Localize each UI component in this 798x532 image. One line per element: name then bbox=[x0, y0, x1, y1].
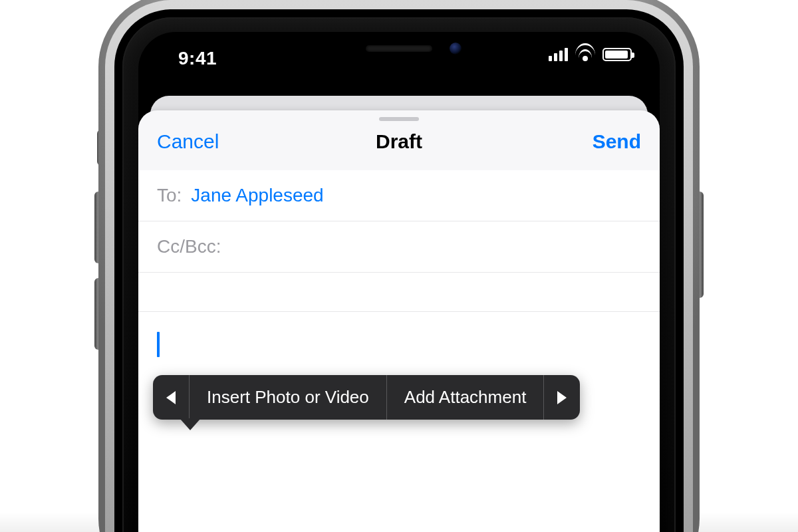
to-row[interactable]: To: Jane Appleseed bbox=[138, 170, 660, 221]
chevron-left-icon bbox=[166, 391, 176, 404]
message-body[interactable] bbox=[138, 312, 660, 377]
menu-prev-button[interactable] bbox=[153, 375, 189, 420]
notch bbox=[276, 32, 522, 68]
status-right bbox=[549, 48, 632, 61]
ccbcc-row[interactable]: Cc/Bcc: bbox=[138, 221, 660, 273]
to-label: To: bbox=[157, 185, 182, 206]
popover-tip bbox=[180, 418, 201, 430]
status-time: 9:41 bbox=[178, 48, 217, 69]
battery-icon bbox=[602, 48, 632, 61]
compose-body: To: Jane Appleseed Cc/Bcc: Sent from my … bbox=[138, 170, 660, 532]
stage: 9:41 Cancel Draft Send To: Jane Applesee… bbox=[0, 0, 798, 532]
nav-bar: Cancel Draft Send bbox=[138, 110, 660, 171]
menu-next-button[interactable] bbox=[544, 375, 580, 420]
to-recipient[interactable]: Jane Appleseed bbox=[191, 185, 323, 206]
insert-photo-video-button[interactable]: Insert Photo or Video bbox=[190, 375, 386, 420]
screen: 9:41 Cancel Draft Send To: Jane Applesee… bbox=[138, 32, 660, 532]
speaker-grille bbox=[366, 45, 432, 52]
edit-menu: Insert Photo or Video Add Attachment bbox=[153, 375, 580, 420]
front-camera bbox=[450, 43, 462, 55]
subject-row[interactable] bbox=[138, 273, 660, 312]
text-cursor bbox=[157, 332, 160, 357]
chevron-right-icon bbox=[557, 391, 567, 404]
send-button[interactable]: Send bbox=[593, 130, 641, 153]
cellular-icon bbox=[549, 48, 568, 61]
add-attachment-button[interactable]: Add Attachment bbox=[387, 375, 544, 420]
sheet-title: Draft bbox=[138, 130, 660, 153]
compose-sheet: Cancel Draft Send To: Jane Appleseed Cc/… bbox=[138, 110, 660, 532]
wifi-icon bbox=[576, 48, 595, 61]
ccbcc-label: Cc/Bcc: bbox=[157, 236, 221, 257]
